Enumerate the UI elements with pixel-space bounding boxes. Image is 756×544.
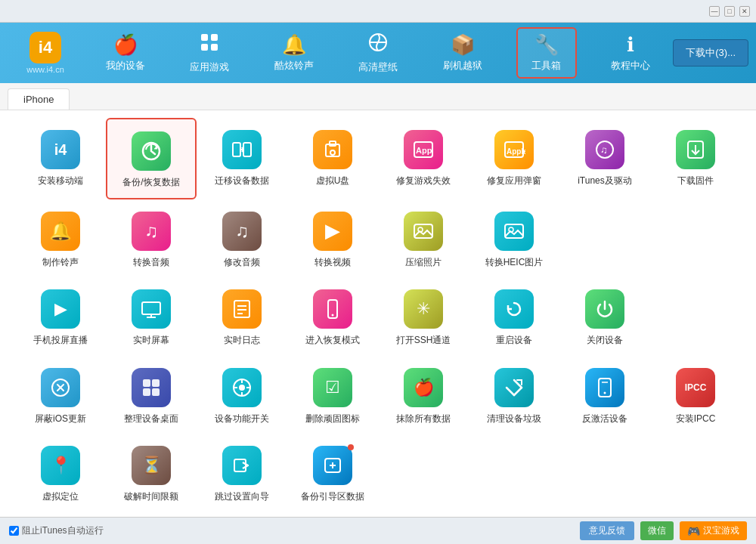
- tool-convert-video[interactable]: ▶ 转换视频: [287, 199, 378, 278]
- maximize-button[interactable]: □: [724, 6, 735, 17]
- tool-compress-photo[interactable]: 压缩照片: [378, 199, 469, 278]
- tutorials-label: 教程中心: [611, 59, 650, 73]
- logo-icon: i4: [29, 32, 61, 63]
- skip-setup-label: 跳过设置向导: [215, 491, 269, 503]
- tool-download-firmware[interactable]: 下载固件: [650, 118, 741, 199]
- tool-recovery-mode[interactable]: 进入恢复模式: [287, 277, 378, 356]
- nav-apps-games[interactable]: 应用游戏: [179, 27, 240, 79]
- skip-setup-icon: [222, 446, 262, 485]
- make-ringtone-icon: 🔔: [41, 212, 80, 251]
- fix-game-label: 修复游戏失效: [396, 175, 451, 187]
- tool-deactivate[interactable]: 反激活设备: [559, 356, 650, 434]
- tool-restart-device[interactable]: 重启设备: [469, 277, 559, 356]
- deactivate-label: 反激活设备: [582, 413, 627, 425]
- backup-restore-icon: [132, 131, 171, 171]
- tool-organize-desktop[interactable]: 整理设备桌面: [106, 356, 197, 434]
- wallpaper-label: 高清壁纸: [358, 60, 398, 74]
- header: i4 www.i4.cn 🍎 我的设备 应用游戏 🔔 酷炫铃声 高清壁纸 📦 刷…: [0, 23, 756, 83]
- nav-ringtones[interactable]: 🔔 酷炫铃声: [264, 29, 324, 77]
- tool-fix-app-popup[interactable]: AppleID 修复应用弹窗: [469, 118, 559, 199]
- break-time-limit-label: 破解时间限额: [124, 491, 178, 503]
- restart-device-label: 重启设备: [496, 335, 532, 347]
- svg-rect-23: [505, 224, 523, 238]
- tool-shutdown-device[interactable]: 关闭设备: [559, 277, 650, 356]
- delete-stubborn-icon: ☑: [313, 368, 352, 407]
- tool-skip-setup[interactable]: 跳过设置向导: [197, 434, 287, 512]
- tool-convert-heic[interactable]: 转换HEIC图片: [469, 199, 559, 278]
- feedback-button[interactable]: 意见反馈: [580, 521, 634, 540]
- nav-items: 🍎 我的设备 应用游戏 🔔 酷炫铃声 高清壁纸 📦 刷机越狱 🔧 工具箱: [83, 27, 673, 79]
- nav-toolbox[interactable]: 🔧 工具箱: [516, 27, 577, 79]
- download-firmware-label: 下载固件: [677, 175, 714, 187]
- tool-convert-audio[interactable]: ♫ 转换音频: [106, 199, 197, 278]
- svg-point-12: [330, 150, 335, 155]
- svg-rect-37: [152, 379, 160, 387]
- nav-jailbreak[interactable]: 📦 刷机越狱: [432, 29, 493, 77]
- tabbar: iPhone: [0, 83, 756, 110]
- tool-delete-stubborn[interactable]: ☑ 删除顽固图标: [287, 356, 378, 434]
- itunes-checkbox-label: 阻止iTunes自动运行: [22, 524, 104, 537]
- svg-rect-25: [142, 302, 160, 314]
- tool-edit-audio[interactable]: ♫ 修改音频: [197, 199, 287, 278]
- download-button[interactable]: 下载中(3)...: [673, 39, 748, 66]
- tool-itunes-driver[interactable]: ♫ iTunes及驱动: [559, 118, 650, 199]
- download-firmware-icon: [676, 130, 715, 169]
- game-button[interactable]: 🎮 汉宝游戏: [680, 521, 747, 540]
- tool-open-ssh[interactable]: ✳ 打开SSH通道: [378, 277, 469, 356]
- jailbreak-icon: 📦: [451, 33, 475, 57]
- tools-row-1: i4 安装移动端 备份/恢复数据 迁移设备数据 虚拟U盘 App 修复游戏失效: [15, 118, 741, 199]
- tool-block-ios-update[interactable]: 屏蔽iOS更新: [15, 356, 106, 434]
- tool-migrate-data[interactable]: 迁移设备数据: [197, 118, 287, 199]
- organize-desktop-icon: [132, 368, 171, 407]
- svg-rect-3: [211, 44, 218, 51]
- realtime-screen-icon: [132, 289, 171, 329]
- nav-tutorials[interactable]: ℹ 教程中心: [600, 29, 661, 77]
- svg-text:App: App: [416, 146, 432, 155]
- tool-make-ringtone[interactable]: 🔔 制作铃声: [15, 199, 106, 278]
- svg-line-47: [507, 388, 514, 395]
- tools-row-5: 📍 虚拟定位 ⏳ 破解时间限额 跳过设置向导 备份引导区数据: [15, 434, 741, 512]
- tool-install-ipcc[interactable]: IPCC 安装IPCC: [650, 356, 741, 434]
- convert-video-label: 转换视频: [314, 257, 351, 269]
- tool-virtual-udisk[interactable]: 虚拟U盘: [287, 118, 378, 199]
- minimize-button[interactable]: —: [709, 6, 720, 17]
- block-ios-update-label: 屏蔽iOS更新: [35, 413, 86, 425]
- itunes-checkbox[interactable]: [9, 526, 19, 536]
- svg-rect-1: [211, 34, 218, 41]
- tool-realtime-screen[interactable]: 实时屏幕: [106, 277, 197, 356]
- open-ssh-icon: ✳: [404, 289, 443, 329]
- tab-iphone[interactable]: iPhone: [8, 88, 70, 110]
- compress-photo-icon: [404, 212, 443, 251]
- svg-point-33: [332, 314, 334, 317]
- tool-install-app[interactable]: i4 安装移动端: [15, 118, 106, 199]
- tool-screen-cast[interactable]: ▶ 手机投屏直播: [15, 277, 106, 356]
- install-app-icon: i4: [41, 130, 80, 169]
- tool-virtual-location[interactable]: 📍 虚拟定位: [15, 434, 106, 512]
- erase-all-icon: 🍎: [404, 368, 443, 407]
- game-icon: 🎮: [687, 525, 700, 537]
- tool-device-toggle[interactable]: 设备功能开关: [197, 356, 287, 434]
- recovery-mode-label: 进入恢复模式: [305, 335, 360, 347]
- close-button[interactable]: ✕: [739, 6, 750, 17]
- footer-left: 阻止iTunes自动运行: [9, 524, 104, 537]
- clean-junk-icon: [494, 368, 534, 407]
- nav-my-device[interactable]: 🍎 我的设备: [95, 29, 156, 77]
- break-time-limit-icon: ⏳: [132, 446, 171, 485]
- tool-backup-guide-data[interactable]: 备份引导区数据: [287, 434, 378, 512]
- tool-fix-game[interactable]: App 修复游戏失效: [378, 118, 469, 199]
- my-device-icon: 🍎: [113, 33, 138, 57]
- tool-realtime-log[interactable]: 实时日志: [197, 277, 287, 356]
- game-label: 汉宝游戏: [703, 524, 739, 537]
- tool-clean-junk[interactable]: 清理设备垃圾: [469, 356, 559, 434]
- tool-break-time-limit[interactable]: ⏳ 破解时间限额: [106, 434, 197, 512]
- nav-wallpaper[interactable]: 高清壁纸: [348, 27, 408, 79]
- tool-erase-all[interactable]: 🍎 抹除所有数据: [378, 356, 469, 434]
- edit-audio-icon: ♫: [222, 212, 262, 251]
- wechat-button[interactable]: 微信: [640, 521, 674, 540]
- install-ipcc-icon: IPCC: [676, 368, 715, 407]
- svg-rect-0: [201, 34, 208, 41]
- restart-device-icon: [494, 289, 534, 329]
- tool-backup-restore[interactable]: 备份/恢复数据: [106, 118, 197, 199]
- convert-video-icon: ▶: [313, 212, 352, 251]
- itunes-checkbox-area[interactable]: 阻止iTunes自动运行: [9, 524, 104, 537]
